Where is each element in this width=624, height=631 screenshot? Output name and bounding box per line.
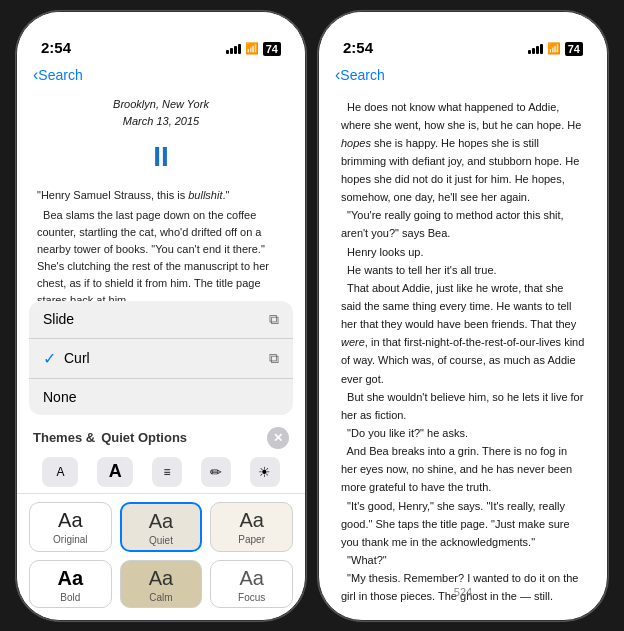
theme-original[interactable]: Aa Original	[29, 502, 112, 552]
quiet-option-label: Quiet Options	[101, 430, 187, 445]
page-number: 524	[319, 582, 607, 602]
chapter-roman: II	[37, 135, 285, 180]
status-icons-left: 📶 74	[226, 42, 281, 56]
signal-icon-right	[528, 44, 543, 54]
nav-bar-left[interactable]: ‹ Search	[17, 62, 305, 88]
font-style-button[interactable]: ≡	[152, 457, 182, 487]
signal-icon	[226, 44, 241, 54]
theme-focus-label: Aa	[239, 567, 263, 590]
theme-bold-label: Aa	[58, 567, 84, 590]
themes-grid: Aa Original Aa Quiet Aa Paper	[17, 494, 305, 620]
left-phone: 2:54 📶 74 ‹ Search Brooklyn, New YorkMar…	[16, 11, 306, 621]
theme-quiet-text: Quiet	[145, 535, 177, 550]
wifi-icon: 📶	[245, 42, 259, 55]
theme-calm-text: Calm	[145, 592, 176, 607]
brightness-icon: ☀	[258, 464, 271, 480]
battery-icon-right: 74	[565, 42, 583, 56]
back-link-left[interactable]: Search	[38, 67, 82, 83]
font-icon: ≡	[163, 465, 170, 479]
right-phone: 2:54 📶 74 ‹ Search He does not know what…	[318, 11, 608, 621]
slide-label: Slide	[43, 311, 74, 327]
wifi-icon-right: 📶	[547, 42, 561, 55]
bottom-panel: Slide ⧉ ✓ Curl ⧉ None Themes & Quiet Opt…	[17, 301, 305, 620]
book-content-right: He does not know what happened to Addie,…	[319, 88, 607, 606]
curl-label: Curl	[56, 350, 269, 366]
checkmark-icon: ✓	[43, 349, 56, 368]
theme-focus[interactable]: Aa Focus	[210, 560, 293, 608]
theme-calm-label: Aa	[149, 567, 173, 590]
theme-original-text: Original	[49, 534, 91, 549]
curl-icon: ⧉	[269, 350, 279, 367]
battery-icon: 74	[263, 42, 281, 56]
transition-curl[interactable]: ✓ Curl ⧉	[29, 339, 293, 379]
transition-none[interactable]: None	[29, 379, 293, 415]
status-bar-left: 2:54 📶 74	[17, 12, 305, 62]
nav-bar-right[interactable]: ‹ Search	[319, 62, 607, 88]
font-size-decrease[interactable]: A	[42, 457, 78, 487]
theme-original-label: Aa	[58, 509, 82, 532]
theme-paper-text: Paper	[234, 534, 269, 549]
status-bar-right: 2:54 📶 74	[319, 12, 607, 62]
theme-bold-text: Bold	[56, 592, 84, 607]
status-icons-right: 📶 74	[528, 42, 583, 56]
font-controls: A A ≡ ✏ ☀	[17, 451, 305, 494]
theme-quiet-label: Aa	[149, 510, 173, 533]
large-a-label: A	[109, 461, 122, 482]
pen-icon: ✏	[210, 464, 222, 480]
time-right: 2:54	[343, 39, 373, 56]
theme-focus-text: Focus	[234, 592, 269, 607]
themes-label: Themes &	[33, 430, 95, 445]
time-left: 2:54	[41, 39, 71, 56]
theme-paper-label: Aa	[239, 509, 263, 532]
pen-button[interactable]: ✏	[201, 457, 231, 487]
theme-calm[interactable]: Aa Calm	[120, 560, 203, 608]
theme-bold[interactable]: Aa Bold	[29, 560, 112, 608]
none-label: None	[43, 389, 76, 405]
close-button[interactable]: ✕	[267, 427, 289, 449]
book-location: Brooklyn, New YorkMarch 13, 2015	[37, 96, 285, 131]
back-link-right[interactable]: Search	[340, 67, 384, 83]
theme-quiet[interactable]: Aa Quiet	[120, 502, 203, 552]
transition-slide[interactable]: Slide ⧉	[29, 301, 293, 339]
font-size-increase[interactable]: A	[97, 457, 133, 487]
theme-paper[interactable]: Aa Paper	[210, 502, 293, 552]
themes-section: Themes & Quiet Options ✕	[17, 423, 305, 451]
brightness-button[interactable]: ☀	[250, 457, 280, 487]
slide-icon: ⧉	[269, 311, 279, 328]
phones-container: 2:54 📶 74 ‹ Search Brooklyn, New YorkMar…	[16, 11, 608, 621]
transition-menu: Slide ⧉ ✓ Curl ⧉ None	[29, 301, 293, 415]
small-a-label: A	[56, 465, 64, 479]
